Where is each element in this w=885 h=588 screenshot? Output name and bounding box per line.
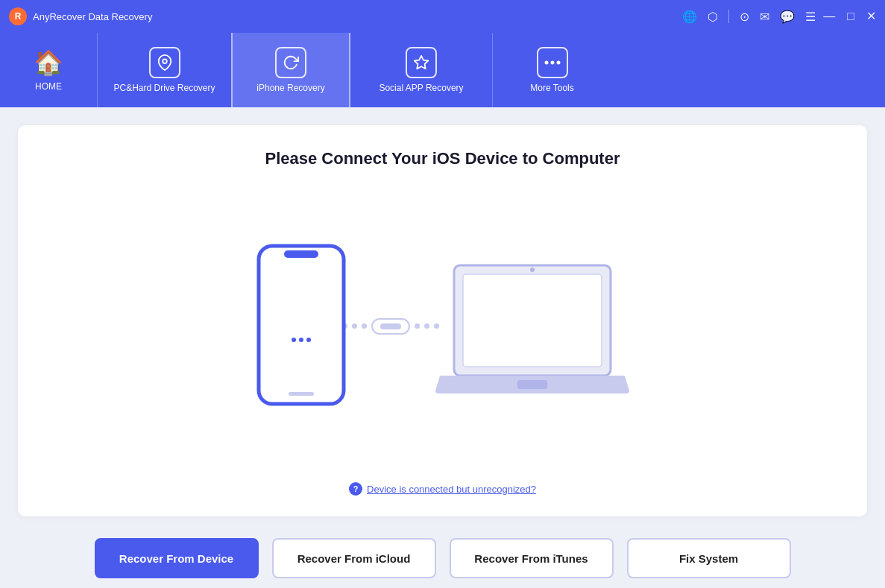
svg-marker-1 [415,56,428,69]
svg-point-7 [292,338,296,342]
refresh-icon [283,54,299,71]
cable-area [342,318,439,335]
titlebar: R AnyRecover Data Recovery 🌐 ⬡ ⊙ ✉ 💬 ☰ —… [0,0,885,33]
laptop-illustration [432,243,633,410]
nav-item-more[interactable]: More Tools [492,33,611,107]
nav-label-more: More Tools [530,83,573,93]
svg-point-8 [299,338,303,342]
social-icon [413,54,429,71]
nav-item-social[interactable]: Social APP Recovery [350,33,492,107]
settings-icon[interactable]: ⊙ [740,10,749,24]
dot-5 [424,323,429,329]
svg-point-13 [530,268,535,272]
pc-icon [157,54,173,71]
social-icon-box [406,47,437,78]
app-title: AnyRecover Data Recovery [33,11,682,22]
dot-2 [352,323,357,329]
dot-4 [415,323,420,329]
laptop-svg [432,243,633,407]
globe-icon[interactable]: 🌐 [682,10,697,24]
nav-label-pc: PC&Hard Drive Recovery [113,83,215,93]
fix-system-button[interactable]: Fix System [627,538,791,578]
separator [728,10,729,23]
recover-from-icloud-button[interactable]: Recover From iCloud [272,538,436,578]
discord-icon[interactable]: ⬡ [708,10,718,24]
dot-3 [362,323,367,329]
usb-connector [371,318,410,335]
help-link[interactable]: ? Device is connected but unrecognized? [349,482,536,496]
cable-inner [380,323,401,329]
home-icon: 🏠 [34,48,63,77]
nav-item-home[interactable]: 🏠 HOME [0,33,97,107]
window-controls: — □ ✕ [823,10,876,22]
navbar: 🏠 HOME PC&Hard Drive Recovery iPhone Rec… [0,33,885,107]
main-content: Please Connect Your iOS Device to Comput… [0,107,885,528]
question-icon: ? [349,482,362,496]
minimize-button[interactable]: — [823,10,835,22]
mail-icon[interactable]: ✉ [760,10,769,24]
recover-from-device-button[interactable]: Recover From Device [95,538,259,578]
nav-item-iphone[interactable]: iPhone Recovery [231,33,350,107]
help-text: Device is connected but unrecognized? [367,484,536,495]
close-button[interactable]: ✕ [866,10,876,22]
pc-icon-box [149,47,180,78]
chat-icon[interactable]: 💬 [780,10,795,24]
bottom-bar: Recover From Device Recover From iCloud … [0,528,885,588]
more-icon-box [537,47,568,78]
iphone-icon-box [275,47,306,78]
svg-rect-6 [284,250,318,258]
svg-point-2 [544,61,548,65]
nav-item-pc[interactable]: PC&Hard Drive Recovery [97,33,231,107]
phone-illustration [253,243,350,410]
nav-label-iphone: iPhone Recovery [256,83,324,93]
connect-title: Please Connect Your iOS Device to Comput… [265,149,620,168]
iphone-svg [253,243,350,407]
svg-point-4 [556,61,560,65]
titlebar-icons: 🌐 ⬡ ⊙ ✉ 💬 ☰ [682,10,816,24]
content-card: Please Connect Your iOS Device to Comput… [18,125,867,516]
menu-icon[interactable]: ☰ [805,10,816,24]
svg-rect-10 [289,392,314,396]
nav-label-social: Social APP Recovery [379,83,463,93]
svg-point-3 [550,61,554,65]
svg-rect-14 [517,380,547,389]
more-icon [544,58,561,67]
svg-rect-12 [463,274,602,367]
svg-point-9 [306,338,311,342]
illustration [253,191,633,461]
nav-label-home: HOME [35,81,62,92]
svg-rect-5 [259,246,344,404]
app-logo: R [9,7,27,25]
maximize-button[interactable]: □ [847,10,854,22]
svg-point-0 [163,59,167,63]
recover-from-itunes-button[interactable]: Recover From iTunes [450,538,614,578]
